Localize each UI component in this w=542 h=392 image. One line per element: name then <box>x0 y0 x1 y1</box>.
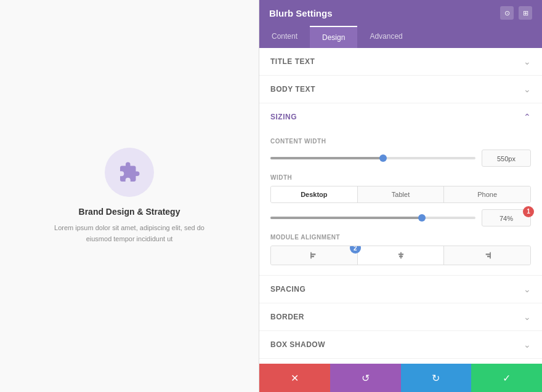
svg-rect-2 <box>310 256 314 257</box>
settings-title: Blurb Settings <box>269 8 333 18</box>
width-fill <box>270 217 422 219</box>
section-sizing: Sizing ⌃ Content Width 550px Width Deskt… <box>259 103 542 276</box>
tab-content[interactable]: Content <box>259 26 310 48</box>
section-box-shadow-header[interactable]: Box Shadow ⌄ <box>259 331 542 358</box>
alignment-row: 2 <box>270 246 531 265</box>
content-width-label: Content Width <box>270 138 531 145</box>
svg-rect-7 <box>486 254 491 255</box>
reset-button[interactable]: ↺ <box>330 364 401 392</box>
section-box-shadow: Box Shadow ⌄ <box>259 331 542 359</box>
section-body-text-header[interactable]: Body Text ⌄ <box>259 76 542 103</box>
align-right-button[interactable] <box>444 246 530 265</box>
section-sizing-header[interactable]: Sizing ⌃ <box>259 103 542 130</box>
section-sizing-chevron: ⌃ <box>524 112 531 122</box>
section-body-text-chevron: ⌄ <box>524 84 531 94</box>
preview-icon-wrapper <box>105 148 154 197</box>
module-alignment-label: Module Alignment <box>270 234 531 241</box>
svg-rect-4 <box>398 254 403 255</box>
section-spacing-header[interactable]: Spacing ⌄ <box>259 276 542 303</box>
section-sizing-label: Sizing <box>270 113 297 121</box>
save-button[interactable]: ✓ <box>471 364 542 392</box>
align-left-button[interactable]: 2 <box>271 246 358 265</box>
settings-header: Blurb Settings ⊙ ⊞ <box>259 0 542 26</box>
tab-advanced[interactable]: Advanced <box>357 26 415 48</box>
align-right-icon <box>483 251 491 260</box>
content-width-value[interactable]: 550px <box>482 150 531 167</box>
section-border-header[interactable]: Border ⌄ <box>259 303 542 330</box>
preview-body: Lorem ipsum dolor sit amet, adipiscing e… <box>49 223 209 244</box>
redo-button[interactable]: ↻ <box>401 364 472 392</box>
width-value[interactable]: 74% 1 <box>482 209 531 226</box>
settings-content: Title Text ⌄ Body Text ⌄ Sizing ⌃ Conten… <box>259 48 542 364</box>
width-label: Width <box>270 174 531 181</box>
svg-rect-5 <box>399 256 403 257</box>
puzzle-icon <box>118 161 140 183</box>
device-tabs: Desktop Tablet Phone <box>270 186 531 203</box>
preview-panel: Brand Design & Strategy Lorem ipsum dolo… <box>0 0 259 392</box>
svg-rect-0 <box>310 252 312 259</box>
svg-rect-3 <box>400 252 402 259</box>
section-border-chevron: ⌄ <box>524 312 531 322</box>
section-sizing-body: Content Width 550px Width Desktop Tablet… <box>259 138 542 275</box>
section-title-text-header[interactable]: Title Text ⌄ <box>259 48 542 75</box>
section-spacing-label: Spacing <box>270 285 305 294</box>
reset-icon: ↺ <box>362 372 370 384</box>
section-border: Border ⌄ <box>259 303 542 331</box>
section-spacing: Spacing ⌄ <box>259 276 542 303</box>
section-spacing-chevron: ⌄ <box>524 284 531 294</box>
section-filters-header[interactable]: Filters ⌄ <box>259 359 542 364</box>
svg-rect-6 <box>490 252 491 259</box>
section-box-shadow-chevron: ⌄ <box>524 340 531 350</box>
section-title-text: Title Text ⌄ <box>259 48 542 76</box>
width-slider-row: 74% 1 <box>270 209 531 226</box>
settings-panel: Blurb Settings ⊙ ⊞ Content Design Advanc… <box>259 0 542 392</box>
align-center-icon <box>397 251 405 260</box>
content-width-fill <box>270 157 383 159</box>
width-thumb[interactable] <box>418 214 426 222</box>
content-width-row: 550px <box>270 150 531 167</box>
settings-footer: ✕ ↺ ↻ ✓ <box>259 364 542 392</box>
section-body-text-label: Body Text <box>270 85 315 94</box>
content-width-track[interactable] <box>270 157 475 159</box>
section-body-text: Body Text ⌄ <box>259 76 542 103</box>
save-icon: ✓ <box>503 372 511 384</box>
section-filters: Filters ⌄ <box>259 359 542 364</box>
preview-title: Brand Design & Strategy <box>79 207 180 217</box>
content-width-thumb[interactable] <box>379 154 387 162</box>
section-border-label: Border <box>270 313 304 321</box>
tab-design[interactable]: Design <box>310 26 357 48</box>
section-box-shadow-label: Box Shadow <box>270 340 325 349</box>
svg-rect-8 <box>487 256 491 257</box>
device-tab-tablet[interactable]: Tablet <box>358 186 445 202</box>
section-title-text-chevron: ⌄ <box>524 57 531 66</box>
redo-icon: ↻ <box>432 372 440 384</box>
device-tab-desktop[interactable]: Desktop <box>271 186 358 202</box>
align-left-icon <box>310 251 318 260</box>
cancel-button[interactable]: ✕ <box>259 364 330 392</box>
settings-expand-button[interactable]: ⊞ <box>519 6 532 20</box>
header-actions: ⊙ ⊞ <box>500 6 532 20</box>
device-tab-phone[interactable]: Phone <box>444 186 530 202</box>
width-badge: 1 <box>523 206 534 217</box>
settings-tabs: Content Design Advanced <box>259 26 542 48</box>
section-title-text-label: Title Text <box>270 57 315 66</box>
width-track[interactable] <box>270 217 475 219</box>
settings-minimize-button[interactable]: ⊙ <box>500 6 514 20</box>
svg-rect-1 <box>310 254 315 255</box>
align-center-button[interactable] <box>358 246 445 265</box>
cancel-icon: ✕ <box>291 372 299 384</box>
